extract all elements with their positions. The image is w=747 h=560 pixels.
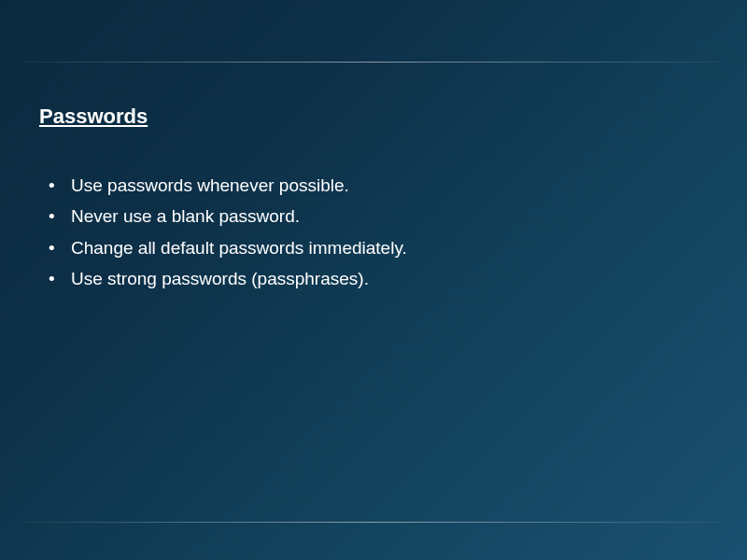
slide-heading: Passwords	[39, 105, 708, 129]
bullet-list: Use passwords whenever possible. Never u…	[39, 170, 708, 294]
list-item: Use strong passwords (passphrases).	[49, 263, 708, 294]
slide-content: Passwords Use passwords whenever possibl…	[39, 105, 708, 294]
top-divider	[26, 62, 721, 63]
list-item: Never use a blank password.	[49, 201, 708, 231]
list-item: Change all default passwords immediately…	[49, 232, 708, 263]
bottom-divider	[26, 522, 721, 523]
list-item: Use passwords whenever possible.	[49, 170, 708, 201]
